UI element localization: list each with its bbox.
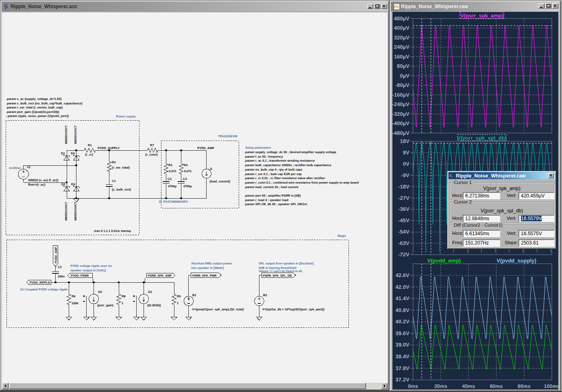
- svg-text:Values <= can't be heard at al: Values <= can't be heard at all.: [259, 269, 303, 273]
- svg-text:R8: R8: [122, 295, 126, 298]
- svg-text:SINE(0 {v_ac} {f_ac}): SINE(0 {v_ac} {f_ac}): [28, 178, 59, 182]
- svg-text:.param f_ac 50 ; frequency: .param f_ac 50 ; frequency: [244, 155, 283, 158]
- svg-text:$|_PX472M080H3P3: $|_PX472M080H3P3: [159, 200, 187, 204]
- svg-text:AC-Coupled PVDD voltage ripple: AC-Coupled PVDD voltage ripple: [20, 288, 68, 291]
- svg-text:V(pvdd_supply): V(pvdd_supply): [497, 258, 536, 264]
- svg-text:-9V: -9V: [401, 172, 410, 178]
- svg-text:.param no_bulk_cap 4 ; qty of: .param no_bulk_cap 4 ; qty of bulk caps: [244, 168, 303, 171]
- svg-text:C1: C1: [112, 179, 116, 183]
- svg-text:R4: R4: [184, 163, 188, 167]
- svg-text:.param psrr 60 ; amplifier PSR: .param psrr 60 ; amplifier PSRR in [dB]: [244, 194, 301, 197]
- svg-text:-240µV: -240µV: [392, 101, 410, 107]
- svg-text:into speaker in [Watts]: into speaker in [Watts]: [191, 266, 224, 270]
- svg-text:-160µV: -160µV: [392, 92, 410, 98]
- svg-text:Absolute RMS output power: Absolute RMS output power: [191, 262, 232, 265]
- svg-text:.param SPL1W_db 90 ; speaker S: .param SPL1W_db 90 ; speaker SPL 1W/1m: [244, 202, 307, 206]
- svg-text:18V: 18V: [400, 138, 409, 144]
- svg-text:C3: C3: [168, 177, 172, 181]
- svg-text:39.6V: 39.6V: [396, 330, 410, 336]
- svg-text:Rser={r_ac}: Rser={r_ac}: [28, 183, 45, 186]
- svg-text:0µV: 0µV: [400, 73, 410, 79]
- svg-text:-480µV: -480µV: [392, 130, 410, 136]
- svg-text:PVDD_PSRR: PVDD_PSRR: [71, 274, 89, 277]
- svg-text:320µV: 320µV: [394, 35, 410, 41]
- svg-text:PVDD voltage ripple seen on: PVDD voltage ripple seen on: [70, 264, 112, 268]
- svg-text:4700µ: 4700µ: [183, 184, 192, 188]
- svg-text:V(psrr_spk_amp): V(psrr_spk_amp): [460, 13, 503, 19]
- svg-text:40.2V: 40.2V: [396, 318, 410, 325]
- svg-text:PSRR_SPK_SPL_DB: PSRR_SPK_SPL_DB: [263, 274, 292, 277]
- svg-text:Setup parameters: Setup parameters: [245, 146, 271, 149]
- svg-text:{load_current}: {load_current}: [209, 180, 230, 183]
- svg-text:0.071: 0.071: [184, 169, 192, 173]
- svg-text:R3: R3: [168, 163, 172, 167]
- svg-text:200n: 200n: [58, 275, 65, 278]
- svg-text:0.071: 0.071: [169, 169, 176, 173]
- svg-text:R2: R2: [112, 160, 116, 164]
- svg-text:400µV: 400µV: [394, 25, 410, 31]
- svg-text:R6: R6: [72, 295, 76, 298]
- svg-text:I1: I1: [210, 167, 212, 171]
- svg-text:PSRR_SPK_PWR: PSRR_SPK_PWR: [192, 274, 217, 277]
- svg-text:.param r_esr_total {r_esr/no_b: .param r_esr_total {r_esr/no_bulk_cap}: [6, 106, 63, 109]
- svg-text:{r_rc}: {r_rc}: [85, 153, 93, 156]
- svg-text:-80µV: -80µV: [395, 82, 410, 88]
- svg-text:D4: D4: [71, 152, 75, 155]
- svg-text:SPL output from speaker in [De: SPL output from speaker in [Decibels]: [259, 262, 314, 265]
- svg-text:.param r_rc 0.01 ; rc filter r: .param r_rc 0.01 ; rc filter resistance …: [244, 176, 325, 180]
- svg-text:V(psrr_spk_spl_db): V(psrr_spk_spl_db): [457, 135, 506, 141]
- svg-text:PVDD_AMP: PVDD_AMP: [54, 247, 58, 263]
- svg-text:{r_conn}: {r_conn}: [145, 153, 158, 156]
- svg-text:G1: G1: [148, 290, 152, 294]
- svg-text:160µV: 160µV: [394, 54, 410, 60]
- svg-text:MBR20100CT: MBR20100CT: [64, 201, 68, 221]
- svg-text:TPA3255EVM: TPA3255EVM: [218, 134, 237, 138]
- svg-text:-320µV: -320µV: [392, 111, 410, 117]
- svg-text:{c_bulk_rect}: {c_bulk_rect}: [112, 188, 131, 191]
- svg-text:9V: 9V: [403, 149, 410, 156]
- svg-text:{psrr_gain}: {psrr_gain}: [97, 303, 113, 307]
- svg-text:100ms: 100ms: [544, 383, 558, 389]
- svg-text:B2: B2: [263, 293, 267, 297]
- svg-text:.param psrr_gain {1/pow(10,psr: .param psrr_gain {1/pow(10,psrr/20)}: [6, 110, 59, 114]
- svg-text:60ms: 60ms: [490, 383, 503, 389]
- svg-text:39.0V: 39.0V: [396, 342, 410, 348]
- svg-text:MBR20100CT: MBR20100CT: [74, 125, 77, 144]
- svg-text:speaker output in [Volts]: speaker output in [Volts]: [70, 269, 106, 272]
- svg-text:1: 1: [122, 301, 123, 305]
- svg-text:R5: R5: [177, 295, 181, 298]
- svg-text:-36V: -36V: [398, 206, 410, 212]
- svg-text:B1: B1: [192, 293, 196, 297]
- svg-text:D2: D2: [61, 182, 65, 186]
- svg-text:V={pow(V(psrr_spk_amp),2)/r_lo: V={pow(V(psrr_spk_amp),2)/r_load}: [192, 308, 244, 311]
- svg-text:MBR20100CT: MBR20100CT: [74, 201, 77, 221]
- svg-text:.param r_esr 0.1 ; bulk cap ES: .param r_esr 0.1 ; bulk cap ESR per cap: [244, 172, 302, 176]
- svg-text:R1: R1: [88, 143, 92, 147]
- svg-text:-400µV: -400µV: [392, 120, 410, 126]
- svg-text:-63V: -63V: [398, 240, 410, 246]
- svg-text:-54V: -54V: [398, 229, 410, 235]
- svg-text:0ms: 0ms: [408, 383, 418, 389]
- svg-text:240µV: 240µV: [394, 44, 410, 50]
- svg-text:.param r_ac 0.1 ; transformer: .param r_ac 0.1 ; transformer winding re…: [244, 159, 315, 162]
- svg-text:40ms: 40ms: [462, 383, 475, 389]
- svg-text:PSRR_SPK_AMP: PSRR_SPK_AMP: [148, 274, 172, 277]
- svg-text:100k: 100k: [72, 301, 79, 305]
- svg-text:.param supply_voltage_dc 50 ;: .param supply_voltage_dc 50 ; desired am…: [244, 150, 336, 154]
- svg-text:42.0V: 42.0V: [396, 284, 410, 290]
- svg-text:V={spl1w_db + 10*log10(V(psrr_: V={spl1w_db + 10*log10(V(psrr_spk_pwr))}: [262, 308, 325, 311]
- svg-text:.param r_conn 0.1 ; combined w: .param r_conn 0.1 ; combined wire resist…: [244, 181, 359, 184]
- svg-text:37.2V: 37.2V: [396, 377, 410, 383]
- svg-text:PVDD_RIPPLE: PVDD_RIPPLE: [30, 281, 50, 284]
- svg-text:40.8V: 40.8V: [396, 307, 410, 313]
- svg-text:.tran 0 1.1 1 0.01m startup: .tran 0 1.1 1 0.01m startup: [94, 229, 131, 233]
- svg-text:;.param ripple_noise_power {V(: ;.param ripple_noise_power {V(pvdd_psrr)…: [6, 114, 69, 118]
- svg-text:PVDD_SUPPLY: PVDD_SUPPLY: [98, 146, 120, 150]
- svg-text:MBR20100CT: MBR20100CT: [64, 125, 68, 144]
- svg-text:38.4V: 38.4V: [396, 353, 410, 360]
- svg-text:.param c_bulk_rect {no_bulk_ca: .param c_bulk_rect {no_bulk_cap*bulk_cap…: [6, 102, 83, 105]
- svg-text:PVDD_AMP: PVDD_AMP: [197, 146, 214, 150]
- svg-text:C4: C4: [183, 177, 187, 181]
- svg-text:V(pvdd_amp): V(pvdd_amp): [427, 258, 461, 264]
- svg-text:-18V: -18V: [398, 184, 410, 190]
